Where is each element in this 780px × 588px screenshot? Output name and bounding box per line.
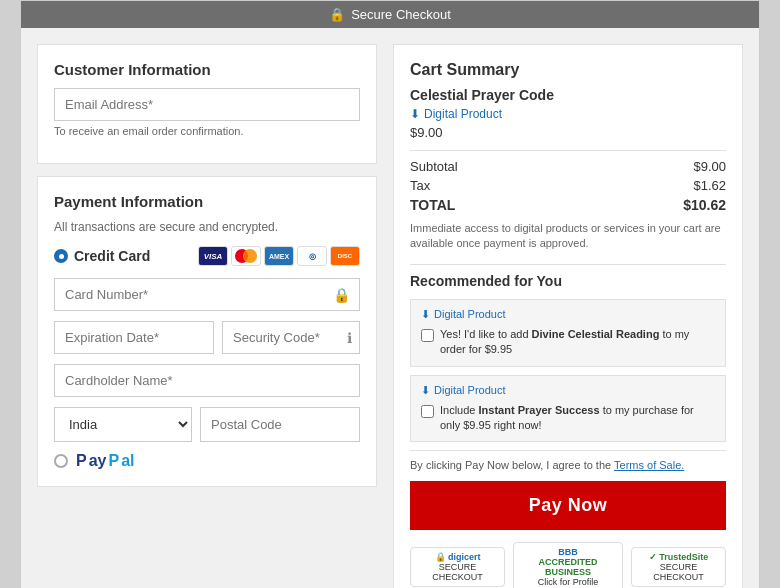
bbb-badge[interactable]: BBB ACCREDITED BUSINESS Click for Profil… (513, 542, 623, 588)
info-icon[interactable]: ℹ (347, 330, 352, 346)
download-icon-2: ⬇ (421, 384, 430, 397)
checkout-wrapper: 🔒 Secure Checkout Customer Information T… (20, 0, 760, 588)
tax-value: $1.62 (693, 178, 726, 193)
email-field[interactable] (54, 88, 360, 121)
payment-info-title: Payment Information (54, 193, 360, 210)
download-icon-1: ⬇ (421, 308, 430, 321)
payment-subtitle: All transactions are secure and encrypte… (54, 220, 360, 234)
country-postal-row: India United States United Kingdom (54, 407, 360, 442)
email-helper-text: To receive an email order confirmation. (54, 125, 360, 137)
rec-item-1-label: Yes! I'd like to add Divine Celestial Re… (440, 327, 715, 358)
terms-prefix: By clicking Pay Now below, I agree to th… (410, 459, 611, 471)
country-select[interactable]: India United States United Kingdom (54, 407, 192, 442)
paypal-al-text: al (121, 452, 134, 470)
cardholder-name-input[interactable] (54, 364, 360, 397)
paypal-logo: P ay P al (76, 452, 134, 470)
expiration-date-input[interactable] (54, 321, 214, 354)
visa-icon: VISA (198, 246, 228, 266)
rec-item-1-checkbox[interactable] (421, 329, 434, 342)
rec-item-2-checkbox[interactable] (421, 405, 434, 418)
recommended-item-2: ⬇ Digital Product Include Instant Prayer… (410, 375, 726, 443)
secure-checkout-label: Secure Checkout (351, 7, 451, 22)
credit-card-radio[interactable] (54, 249, 68, 263)
trustedsite-badge: ✓ TrustedSite SECURE CHECKOUT (631, 547, 726, 587)
terms-link[interactable]: Terms of Sale. (614, 459, 684, 471)
credit-card-row: Credit Card VISA AMEX ◎ (54, 246, 360, 266)
tax-label: Tax (410, 178, 430, 193)
paypal-pal-icon: P (108, 452, 119, 470)
total-row: TOTAL $10.62 (410, 197, 726, 213)
amex-icon: AMEX (264, 246, 294, 266)
right-panel: Cart Summary Celestial Prayer Code ⬇ Dig… (393, 44, 743, 588)
mastercard-icon (231, 246, 261, 266)
bbb-subtext: Click for Profile (522, 577, 614, 587)
digital-product-label: Digital Product (424, 107, 502, 121)
subtotal-label: Subtotal (410, 159, 458, 174)
tax-row: Tax $1.62 (410, 178, 726, 193)
payment-info-section: Payment Information All transactions are… (37, 176, 377, 487)
discover-icon: DISC (330, 246, 360, 266)
lock-icon: 🔒 (333, 287, 350, 303)
card-number-group: 🔒 (54, 278, 360, 311)
digicert-icon: 🔒 digicert (419, 552, 496, 562)
diners-icon: ◎ (297, 246, 327, 266)
bbb-icon: BBB (522, 547, 614, 557)
total-value: $10.62 (683, 197, 726, 213)
rec-item-2-label: Include Instant Prayer Success to my pur… (440, 403, 715, 434)
expiry-security-row: ℹ (54, 321, 360, 354)
total-label: TOTAL (410, 197, 455, 213)
customer-info-section: Customer Information To receive an email… (37, 44, 377, 164)
terms-text: By clicking Pay Now below, I agree to th… (410, 459, 726, 471)
product-name: Celestial Prayer Code (410, 87, 726, 103)
rec-item-2-checkbox-row[interactable]: Include Instant Prayer Success to my pur… (421, 403, 715, 434)
digicert-badge: 🔒 digicert SECURE CHECKOUT (410, 547, 505, 587)
immediate-text: Immediate access to digital products or … (410, 221, 726, 252)
rec-item-1-checkbox-row[interactable]: Yes! I'd like to add Divine Celestial Re… (421, 327, 715, 358)
cardholder-name-group (54, 364, 360, 397)
paypal-p-icon: P (76, 452, 87, 470)
secure-checkout-bar: 🔒 Secure Checkout (21, 1, 759, 28)
left-panel: Customer Information To receive an email… (37, 44, 377, 588)
lock-icon: 🔒 (329, 7, 345, 22)
trustedsite-icon: ✓ TrustedSite (640, 552, 717, 562)
recommended-title: Recommended for You (410, 273, 726, 289)
recommended-item-1: ⬇ Digital Product Yes! I'd like to add D… (410, 299, 726, 367)
trust-badges: 🔒 digicert SECURE CHECKOUT BBB ACCREDITE… (410, 542, 726, 588)
rec-item-2-tag-label: Digital Product (434, 384, 506, 396)
subtotal-value: $9.00 (693, 159, 726, 174)
digicert-label: SECURE CHECKOUT (419, 562, 496, 582)
security-code-input[interactable] (222, 321, 360, 354)
card-icons: VISA AMEX ◎ DISC (198, 246, 360, 266)
bbb-label: ACCREDITED BUSINESS (522, 557, 614, 577)
trustedsite-label: SECURE CHECKOUT (640, 562, 717, 582)
customer-info-title: Customer Information (54, 61, 360, 78)
pay-now-button[interactable]: Pay Now (410, 481, 726, 530)
paypal-text: ay (89, 452, 107, 470)
download-icon: ⬇ (410, 107, 420, 121)
postal-code-input[interactable] (200, 407, 360, 442)
rec-item-2-tag: ⬇ Digital Product (421, 384, 715, 397)
subtotal-row: Subtotal $9.00 (410, 159, 726, 174)
rec-item-1-tag-label: Digital Product (434, 308, 506, 320)
product-price: $9.00 (410, 125, 726, 140)
credit-card-label[interactable]: Credit Card (54, 248, 150, 264)
cart-summary-title: Cart Summary (410, 61, 726, 79)
digital-product-tag: ⬇ Digital Product (410, 107, 726, 121)
credit-card-text: Credit Card (74, 248, 150, 264)
paypal-row[interactable]: P ay P al (54, 452, 360, 470)
paypal-radio[interactable] (54, 454, 68, 468)
card-number-input[interactable] (54, 278, 360, 311)
rec-item-1-tag: ⬇ Digital Product (421, 308, 715, 321)
